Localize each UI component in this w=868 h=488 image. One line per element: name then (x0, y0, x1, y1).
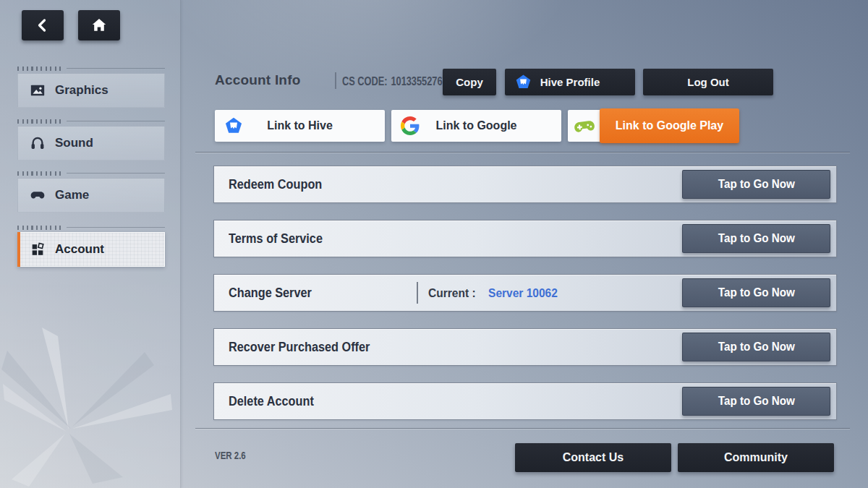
hive-icon (515, 74, 532, 90)
row-delete-account: Delete Account Tap to Go Now (213, 382, 837, 420)
divider (195, 428, 850, 429)
tap-to-go-now-label: Tap to Go Now (718, 341, 794, 354)
sidebar-item-label: Game (55, 188, 89, 202)
row-label: Change Server (229, 275, 312, 311)
copy-button[interactable]: Copy (443, 69, 496, 95)
divider (335, 72, 336, 89)
link-to-hive-button[interactable]: Link to Hive (215, 110, 385, 142)
nav-ticks-decoration (17, 171, 165, 176)
google-icon (401, 116, 420, 135)
divider (417, 282, 418, 304)
row-label: Delete Account (229, 383, 314, 419)
hive-profile-button[interactable]: Hive Profile (505, 69, 635, 95)
link-to-google-play-label: Link to Google Play (616, 119, 723, 132)
image-icon (30, 82, 46, 98)
row-label: Recover Purchased Offer (229, 329, 370, 365)
tap-to-go-now-label: Tap to Go Now (718, 286, 794, 299)
cs-code: CS CODE:10133552767 (342, 75, 448, 88)
current-server: Current : Server 10062 (417, 275, 560, 311)
tap-to-go-now-button[interactable]: Tap to Go Now (682, 278, 830, 307)
nav-ticks-decoration (17, 225, 165, 230)
home-icon (90, 17, 108, 34)
community-label: Community (724, 451, 788, 464)
tap-to-go-now-label: Tap to Go Now (718, 395, 794, 408)
row-terms-of-service: Terms of Service Tap to Go Now (213, 220, 837, 257)
link-to-hive-label: Link to Hive (267, 119, 333, 132)
row-change-server: Change Server Current : Server 10062 Tap… (213, 274, 837, 312)
cs-code-label: CS CODE: (342, 75, 388, 87)
link-to-google-play-button[interactable]: Link to Google Play (568, 110, 738, 142)
sidebar-item-sound[interactable]: Sound (17, 126, 165, 160)
contact-us-label: Contact Us (563, 451, 624, 464)
tap-to-go-now-button[interactable]: Tap to Go Now (682, 387, 830, 416)
page-title: Account Info (215, 72, 301, 88)
tap-to-go-now-label: Tap to Go Now (718, 178, 794, 191)
gamepad-icon (30, 187, 46, 203)
tap-to-go-now-button[interactable]: Tap to Go Now (682, 170, 830, 199)
version-label: VER 2.6 (215, 450, 246, 461)
community-button[interactable]: Community (678, 443, 834, 472)
copy-button-label: Copy (456, 76, 483, 88)
logout-button[interactable]: Log Out (643, 69, 773, 95)
sidebar-item-label: Graphics (55, 83, 109, 98)
link-to-google-play-highlight: Link to Google Play (600, 108, 739, 143)
home-button[interactable] (78, 10, 120, 40)
sidebar-item-game[interactable]: Game (17, 178, 165, 213)
settings-sidebar: Graphics Sound Game (0, 0, 181, 488)
link-to-google-label: Link to Google (436, 119, 517, 132)
current-server-value[interactable]: Server 10062 (488, 286, 558, 300)
sidebar-item-label: Sound (55, 136, 93, 150)
hive-icon (224, 116, 243, 135)
cs-code-value: 10133552767 (391, 75, 447, 87)
sidebar-item-graphics[interactable]: Graphics (17, 73, 165, 108)
back-button[interactable] (22, 10, 64, 40)
google-play-games-icon (573, 115, 596, 138)
current-server-label: Current : (428, 286, 475, 300)
row-label: Redeem Coupon (229, 166, 322, 202)
headphones-icon (30, 135, 46, 151)
chevron-left-icon (34, 17, 51, 34)
sidebar-item-label: Account (55, 242, 104, 257)
tap-to-go-now-button[interactable]: Tap to Go Now (682, 333, 830, 361)
nav-ticks-decoration (17, 119, 165, 124)
sidebar-item-account[interactable]: Account (17, 232, 165, 267)
nav-ticks-decoration (17, 66, 165, 71)
tap-to-go-now-button[interactable]: Tap to Go Now (682, 224, 830, 253)
divider (195, 152, 850, 153)
row-redeem-coupon: Redeem Coupon Tap to Go Now (213, 166, 837, 203)
row-recover-purchased-offer: Recover Purchased Offer Tap to Go Now (213, 328, 837, 366)
grid-squares-icon (30, 241, 46, 257)
link-to-google-button[interactable]: Link to Google (391, 110, 561, 142)
row-label: Terms of Service (229, 221, 323, 257)
starburst-decoration (0, 307, 181, 488)
contact-us-button[interactable]: Contact Us (515, 443, 671, 472)
hive-profile-button-label: Hive Profile (540, 76, 600, 88)
settings-screen: Graphics Sound Game (0, 0, 868, 488)
logout-button-label: Log Out (687, 76, 728, 88)
tap-to-go-now-label: Tap to Go Now (718, 232, 794, 245)
